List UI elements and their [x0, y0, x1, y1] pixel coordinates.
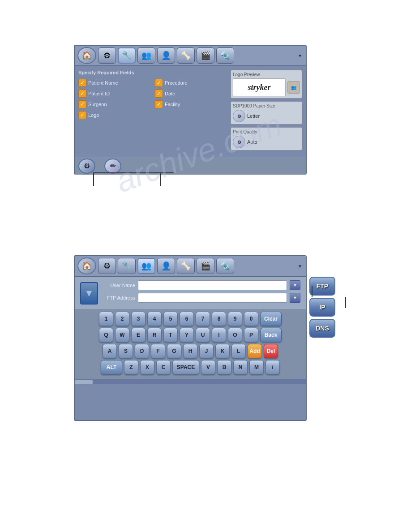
settings-btn-7[interactable]: 🔩	[216, 47, 234, 64]
key-x[interactable]: X	[140, 360, 154, 374]
panel-bottom-bar: ⚙ ✏	[75, 157, 306, 175]
checkbox-patient-name[interactable]: ✓ Patient Name	[78, 79, 150, 87]
key-n[interactable]: N	[233, 360, 248, 374]
key-0[interactable]: 0	[244, 312, 258, 326]
keyboard-area: 1 2 3 4 5 6 7 8 9 0 Clear Q W E R T Y U …	[75, 309, 306, 379]
paper-size-icon[interactable]: ⚙	[233, 110, 245, 122]
settings-btn-1[interactable]: ⚙	[98, 47, 116, 64]
key-3[interactable]: 3	[131, 312, 146, 326]
bottom-settings-btn-5[interactable]: 🦴	[177, 258, 195, 274]
bottom-settings-btn-3[interactable]: 👥	[137, 258, 155, 274]
key-g[interactable]: G	[167, 344, 181, 358]
scrollbar-thumb[interactable]	[75, 380, 93, 384]
username-dropdown-btn[interactable]: ▼	[290, 280, 300, 290]
bottom-settings-btn-7[interactable]: 🔩	[216, 258, 234, 274]
toolbar-arrow[interactable]: ▼	[297, 52, 303, 59]
key-h[interactable]: H	[183, 344, 197, 358]
key-z[interactable]: Z	[124, 360, 138, 374]
checkbox-patient-name-icon: ✓	[78, 79, 86, 87]
settings-btn-3[interactable]: 👥	[137, 47, 155, 64]
big-dropdown-icon[interactable]: ▼	[80, 282, 98, 305]
username-input[interactable]	[138, 280, 287, 290]
key-9[interactable]: 9	[228, 312, 242, 326]
bottom-edit-btn[interactable]: ✏	[104, 159, 121, 174]
settings-btn-6[interactable]: 🎬	[197, 47, 214, 64]
checkbox-patient-id[interactable]: ✓ Patient ID	[78, 90, 150, 98]
key-del[interactable]: Del	[264, 344, 278, 358]
key-b[interactable]: B	[217, 360, 231, 374]
scrollbar[interactable]	[75, 379, 306, 384]
print-quality-row: ⚙ Auto	[233, 136, 300, 148]
key-w[interactable]: W	[115, 328, 129, 342]
pointer-line-1	[93, 172, 94, 186]
panel-body: Specify Required Fields ✓ Patient Name ✓…	[75, 66, 306, 157]
side-buttons: FTP IP DNS	[309, 277, 335, 338]
key-a[interactable]: A	[103, 344, 117, 358]
key-j[interactable]: J	[199, 344, 214, 358]
bottom-home-button[interactable]: 🏠	[77, 257, 96, 275]
checkbox-procedure[interactable]: ✓ Procedure	[155, 79, 227, 87]
checkbox-surgeon[interactable]: ✓ Surgeon	[78, 100, 150, 108]
bottom-toolbar-arrow[interactable]: ▼	[297, 263, 303, 270]
ftp-address-input[interactable]	[138, 293, 287, 303]
ftp-address-dropdown-btn[interactable]: ▼	[290, 293, 300, 303]
checkbox-date[interactable]: ✓ Date	[155, 90, 227, 98]
key-back[interactable]: Back	[260, 328, 282, 342]
key-o[interactable]: O	[228, 328, 242, 342]
checkbox-procedure-label: Procedure	[165, 80, 188, 86]
key-2[interactable]: 2	[115, 312, 129, 326]
key-r[interactable]: R	[147, 328, 162, 342]
dns-button[interactable]: DNS	[309, 319, 335, 338]
key-6[interactable]: 6	[180, 312, 194, 326]
key-m[interactable]: M	[249, 360, 264, 374]
keyboard-row-3: A S D F G H J K L Add Del	[78, 344, 302, 358]
checkbox-logo[interactable]: ✓ Logo	[78, 111, 150, 119]
specify-fields-section: Specify Required Fields ✓ Patient Name ✓…	[78, 70, 227, 153]
key-p[interactable]: P	[244, 328, 258, 342]
ip-button[interactable]: IP	[309, 298, 335, 317]
key-f[interactable]: F	[151, 344, 165, 358]
key-clear[interactable]: Clear	[260, 312, 282, 326]
settings-btn-2[interactable]: 🔧	[118, 47, 136, 64]
key-t[interactable]: T	[163, 328, 178, 342]
key-u[interactable]: U	[196, 328, 210, 342]
key-q[interactable]: Q	[99, 328, 113, 342]
checkbox-facility[interactable]: ✓ Facility	[155, 100, 227, 108]
pointer-line-4	[160, 172, 174, 173]
key-v[interactable]: V	[201, 360, 215, 374]
key-space[interactable]: SPACE	[172, 360, 199, 374]
paper-size-title: SDP1000 Paper Size	[233, 103, 300, 108]
bottom-settings-btn[interactable]: ⚙	[78, 159, 95, 174]
checkbox-patient-name-label: Patient Name	[88, 80, 118, 86]
ftp-button[interactable]: FTP	[309, 277, 335, 296]
key-alt[interactable]: ALT	[101, 360, 122, 374]
key-add[interactable]: Add	[248, 344, 262, 358]
key-l[interactable]: L	[231, 344, 246, 358]
stryker-logo: stryker	[248, 83, 271, 92]
key-4[interactable]: 4	[147, 312, 162, 326]
settings-btn-5[interactable]: 🦴	[177, 47, 195, 64]
key-5[interactable]: 5	[163, 312, 178, 326]
key-8[interactable]: 8	[212, 312, 226, 326]
bottom-settings-btn-1[interactable]: ⚙	[98, 258, 116, 274]
keyboard-row-1: 1 2 3 4 5 6 7 8 9 0 Clear	[78, 312, 302, 326]
key-i[interactable]: I	[212, 328, 226, 342]
key-d[interactable]: D	[135, 344, 149, 358]
bottom-settings-btn-2[interactable]: 🔧	[118, 258, 136, 274]
username-label: User Name	[102, 283, 135, 288]
key-7[interactable]: 7	[196, 312, 210, 326]
bottom-settings-btn-6[interactable]: 🎬	[197, 258, 214, 274]
key-y[interactable]: Y	[180, 328, 194, 342]
settings-btn-4[interactable]: 👤	[157, 47, 175, 64]
form-area: ▼ User Name ▼ FTP Address ▼	[75, 277, 306, 309]
home-button[interactable]: 🏠	[77, 47, 96, 64]
key-k[interactable]: K	[215, 344, 230, 358]
key-s[interactable]: S	[119, 344, 133, 358]
key-e[interactable]: E	[131, 328, 146, 342]
key-slash[interactable]: /	[265, 360, 280, 374]
key-c[interactable]: C	[156, 360, 171, 374]
logo-thumbnail[interactable]: 👥	[287, 81, 300, 94]
bottom-settings-btn-4[interactable]: 👤	[157, 258, 175, 274]
print-quality-icon[interactable]: ⚙	[233, 136, 245, 148]
key-1[interactable]: 1	[99, 312, 113, 326]
